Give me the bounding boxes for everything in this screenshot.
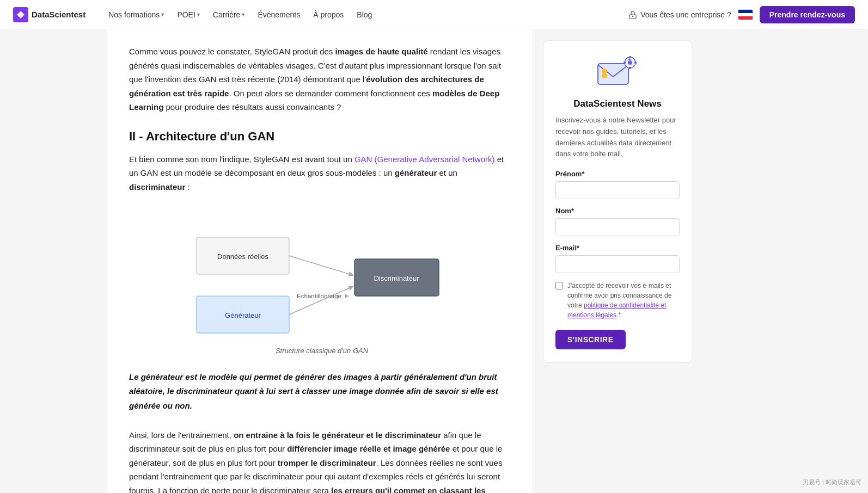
svg-marker-9: [345, 294, 349, 298]
nav-links: Nos formations ▾ POEI ▾ Carrière ▾ Événe…: [103, 7, 624, 22]
prenom-label: Prénom*: [555, 170, 680, 178]
nom-input[interactable]: [555, 218, 680, 236]
watermark: 刃易号 | 时尚玩家岳可: [803, 478, 861, 486]
nav-carriere[interactable]: Carrière ▾: [207, 7, 250, 22]
svg-rect-19: [602, 74, 607, 78]
sidebar: ✦ DataScientest News Inscrivez-vous à no…: [532, 29, 701, 493]
svg-rect-15: [629, 67, 631, 69]
diagram-label-donnees: Données réelles: [217, 252, 268, 261]
email-field-wrapper: E-mail*: [555, 244, 680, 281]
svg-line-8: [289, 286, 353, 315]
chevron-down-icon: ▾: [242, 11, 244, 17]
cta-button[interactable]: Prendre rendez-vous: [760, 6, 855, 23]
diagram-label-discriminateur: Discriminateur: [374, 274, 419, 282]
nav-blog[interactable]: Blog: [351, 7, 377, 22]
consent-checkbox[interactable]: [555, 282, 563, 289]
svg-line-7: [289, 256, 353, 275]
logo-icon: [13, 7, 28, 22]
svg-rect-11: [598, 64, 628, 84]
sidebar-description: Inscrivez-vous à notre Newsletter pour r…: [555, 115, 680, 160]
newsletter-icon: ✦: [596, 54, 639, 91]
nav-apropos[interactable]: À propos: [308, 7, 349, 22]
svg-point-1: [19, 13, 23, 17]
chevron-down-icon: ▾: [161, 11, 164, 17]
section-paragraph-1: Et bien comme son nom l'indique, StyleGA…: [129, 152, 515, 194]
prenom-field-wrapper: Prénom*: [555, 170, 680, 207]
prenom-input[interactable]: [555, 181, 680, 199]
nav-formations[interactable]: Nos formations ▾: [103, 7, 169, 22]
section-title: II - Architecture d'un GAN: [129, 130, 515, 144]
sidebar-title: DataScientest News: [555, 98, 680, 109]
svg-rect-17: [634, 61, 637, 64]
main-content: Comme vous pouvez le constater, StyleGAN…: [107, 29, 532, 493]
logo-text: DataScientest: [32, 10, 85, 19]
newsletter-card: ✦ DataScientest News Inscrivez-vous à no…: [543, 40, 692, 363]
svg-point-3: [632, 15, 633, 16]
language-flag[interactable]: [738, 9, 753, 20]
subscribe-button[interactable]: S'INSCRIRE: [555, 330, 626, 349]
email-input[interactable]: [555, 255, 680, 273]
logo-link[interactable]: DataScientest: [13, 7, 85, 22]
body-paragraph-1: Ainsi, lors de l'entrainement, on entrai…: [129, 428, 515, 493]
svg-text:✦: ✦: [627, 57, 632, 63]
consent-row: J'accepte de recevoir vos e-mails et con…: [555, 281, 680, 320]
newsletter-icon-wrapper: ✦: [555, 54, 680, 91]
diagram-caption: Structure classique d'un GAN: [276, 347, 368, 355]
chevron-down-icon: ▾: [197, 11, 200, 17]
nom-field-wrapper: Nom*: [555, 207, 680, 244]
nom-label: Nom*: [555, 207, 680, 215]
nav-right: Vous êtes une entreprise ? Prendre rende…: [628, 6, 855, 23]
page-wrapper: Comme vous pouvez le constater, StyleGAN…: [107, 29, 761, 493]
gan-diagram: Données réelles Générateur Discriminateu…: [180, 205, 463, 342]
email-label: E-mail*: [555, 244, 680, 252]
quote-block: Le générateur est le modèle qui permet d…: [129, 370, 515, 413]
enterprise-icon: [628, 10, 637, 19]
intro-paragraph: Comme vous pouvez le constater, StyleGAN…: [129, 45, 515, 114]
nav-evenements[interactable]: Événements: [252, 7, 305, 22]
gan-link[interactable]: GAN (Generative Adversarial Network): [354, 155, 495, 164]
enterprise-link[interactable]: Vous êtes une entreprise ?: [628, 10, 731, 19]
svg-point-18: [602, 69, 607, 74]
diagram-label-generateur: Générateur: [225, 311, 261, 319]
consent-label: J'accepte de recevoir vos e-mails et con…: [567, 281, 680, 320]
nav-poei[interactable]: POEI ▾: [172, 7, 205, 22]
privacy-link[interactable]: politique de confidentialité et mentions…: [567, 301, 666, 319]
svg-rect-16: [624, 61, 626, 64]
gan-diagram-wrapper: Données réelles Générateur Discriminateu…: [129, 205, 515, 355]
diagram-label-echantillonnage: Echantillonnage: [297, 293, 341, 299]
navbar: DataScientest Nos formations ▾ POEI ▾ Ca…: [0, 0, 868, 29]
